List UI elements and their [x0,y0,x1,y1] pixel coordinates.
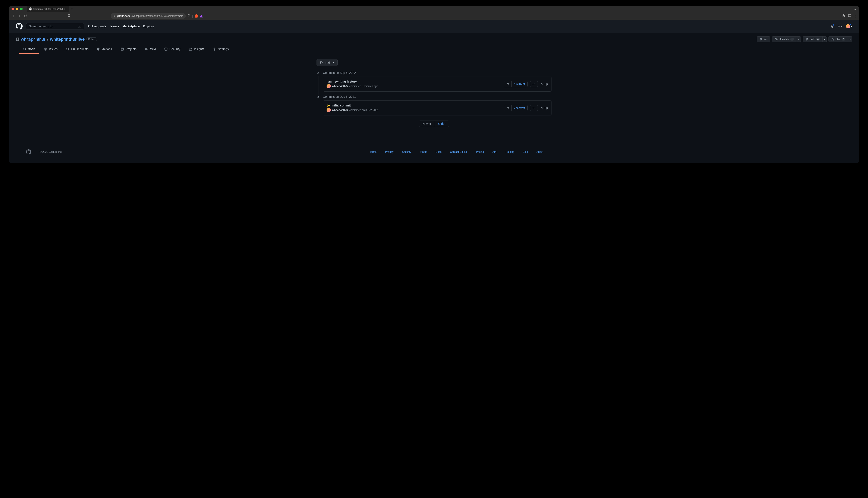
branch-selector[interactable]: main ▾ [317,59,338,66]
copy-icon [506,106,509,109]
eye-icon [775,38,778,41]
brave-shield-icon[interactable] [194,14,198,18]
bookmark-icon[interactable] [67,14,71,18]
commit-message[interactable]: ✨Initial commit [327,104,504,107]
footer-link-pricing[interactable]: Pricing [476,150,484,154]
fork-dropdown[interactable]: ▾ [823,36,827,42]
pr-icon [66,47,69,51]
browse-code-button[interactable] [530,81,538,87]
author-avatar[interactable] [327,84,331,88]
timeline-line [318,76,318,95]
footer-link-training[interactable]: Training [505,150,514,154]
minimize-window-button[interactable] [16,8,18,10]
nav-issues[interactable]: Issues [110,25,119,28]
titlebar: Commits · whitep4nth3r/whit × + ⌄ [9,6,859,12]
tab-settings[interactable]: Settings [209,45,232,54]
zoom-icon[interactable] [188,14,191,18]
unwatch-button[interactable]: Unwatch1 [772,36,797,42]
commit-time: committed 3 minutes ago [349,85,378,88]
notifications-button[interactable] [830,24,834,28]
svg-rect-20 [507,107,509,109]
newer-button: Newer [419,121,434,127]
repo-link[interactable]: whitep4nth3r.live [50,37,85,42]
tab-projects[interactable]: Projects [117,45,140,54]
commit-timeline: Commits on Sep 6, 2022 I am rewriting hi… [317,71,551,115]
svg-rect-18 [507,83,509,85]
commit-marker-icon [317,71,320,75]
github-logo[interactable] [16,23,23,30]
repo-title: whitep4nth3r / whitep4nth3r.live Public … [16,36,852,42]
create-new-button[interactable]: ▾ [837,25,843,28]
tab-pull-requests[interactable]: Pull requests [63,45,92,54]
sha-link[interactable]: 90c1b69 [512,81,528,87]
copy-sha-button[interactable] [504,105,512,111]
github-mark-icon[interactable] [26,149,31,155]
menu-icon[interactable]: ⋮ [854,14,857,18]
caret-down-icon: ▾ [333,61,334,64]
search-input[interactable]: Search or jump to… / [26,23,84,29]
watch-dropdown[interactable]: ▾ [797,36,801,42]
sha-link[interactable]: 2eea9a9 [512,105,528,111]
code-icon [533,82,535,86]
user-menu[interactable]: ▾ [846,24,852,28]
tab-wiki[interactable]: Wiki [142,45,159,54]
maximize-window-button[interactable] [20,8,23,10]
url-field[interactable]: github.com/whitep4nth3r/whitep4nth3r.liv… [111,13,186,19]
extensions-icon[interactable] [842,14,845,18]
star-icon [831,38,834,41]
footer-link-privacy[interactable]: Privacy [385,150,393,154]
author-link[interactable]: whitep4nth3r [332,109,348,112]
tab-actions[interactable]: Actions [93,45,115,54]
browser-tab[interactable]: Commits · whitep4nth3r/whit × [27,6,69,12]
pin-button[interactable]: Pin [757,36,770,42]
svg-rect-1 [848,14,851,17]
close-tab-icon[interactable]: × [64,8,67,10]
repo-icon [16,38,19,41]
browse-code-button[interactable] [530,105,538,111]
fork-button[interactable]: Fork0 [803,36,823,42]
tip-button[interactable]: Tip [540,106,548,109]
nav-buttons [11,14,27,18]
tip-button[interactable]: Tip [540,82,548,86]
commit-message[interactable]: I am rewriting history [327,80,504,83]
svg-point-3 [806,38,806,39]
nav-pull-requests[interactable]: Pull requests [88,25,106,28]
tab-insights[interactable]: Insights [186,45,208,54]
avatar [846,24,850,28]
browser-window: Commits · whitep4nth3r/whit × + ⌄ github… [9,6,859,163]
new-tab-button[interactable]: + [71,7,73,11]
chevron-down-icon: ▾ [798,38,800,41]
footer-link-terms[interactable]: Terms [370,150,376,154]
play-icon [97,47,100,51]
back-button[interactable] [11,14,15,18]
nav-marketplace[interactable]: Marketplace [123,25,140,28]
tab-security[interactable]: Security [161,45,184,54]
footer-link-blog[interactable]: Blog [523,150,528,154]
nav-explore[interactable]: Explore [143,25,154,28]
close-window-button[interactable] [12,8,14,10]
copy-sha-button[interactable] [504,81,512,87]
commit-item: I am rewriting history whitep4nth3r comm… [323,77,551,92]
brave-rewards-icon[interactable] [200,14,203,17]
sidebar-icon[interactable] [848,14,851,18]
older-button[interactable]: Older [435,121,449,127]
footer-link-contact[interactable]: Contact GitHub [450,150,468,154]
footer-link-security[interactable]: Security [402,150,411,154]
footer-link-api[interactable]: API [493,150,497,154]
footer-link-about[interactable]: About [537,150,543,154]
tab-code[interactable]: Code [19,45,39,54]
tab-issues[interactable]: Issues [40,45,61,54]
author-avatar[interactable] [327,108,331,112]
owner-link[interactable]: whitep4nth3r [21,37,46,42]
footer-link-status[interactable]: Status [420,150,427,154]
forward-button[interactable] [17,14,21,18]
reload-button[interactable] [23,14,27,18]
tabs-dropdown-icon[interactable]: ⌄ [854,7,856,11]
footer-link-docs[interactable]: Docs [436,150,442,154]
svg-point-13 [214,49,215,50]
author-link[interactable]: whitep4nth3r [332,85,348,88]
star-dropdown[interactable]: ▾ [848,36,852,42]
star-button[interactable]: Star0 [829,36,848,42]
search-shortcut: / [78,25,81,28]
issue-icon [44,47,47,51]
